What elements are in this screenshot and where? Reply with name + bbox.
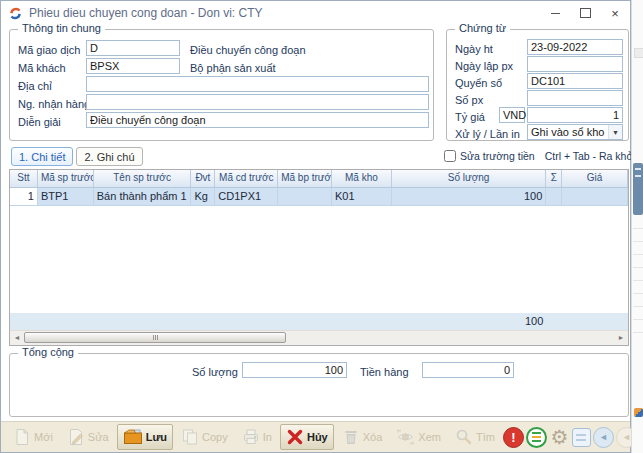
- horizontal-scrollbar[interactable]: ◄ ►: [10, 330, 628, 345]
- grid-empty-area[interactable]: [10, 206, 628, 313]
- toolbar-button-label: Sửa: [88, 431, 109, 443]
- grid-column-header[interactable]: Số lượng: [392, 170, 546, 187]
- new-document-icon: [13, 428, 31, 446]
- grid-column-header[interactable]: Giá: [562, 170, 628, 187]
- edit-money-checkbox-label[interactable]: Sửa trường tiền: [460, 150, 535, 162]
- keyboard-hint: Ctrl + Tab - Ra khỏi chi tiết: [545, 150, 643, 162]
- background-window-sliver: [631, 0, 643, 453]
- grid-column-header[interactable]: Tên sp trước: [94, 170, 192, 187]
- detail-grid: SttMã sp trướcTên sp trướcĐvtMã cd trước…: [9, 169, 629, 346]
- toolbar-button-new-document: Mới: [7, 424, 59, 450]
- grid-total-cell: [38, 313, 94, 330]
- maximize-icon: [580, 8, 591, 18]
- scroll-right-icon[interactable]: ►: [615, 332, 627, 343]
- field-label-posting-date: Ngày ht: [455, 41, 493, 57]
- copy-icon: [181, 428, 199, 446]
- grid-column-header[interactable]: Mã sp trước: [38, 170, 94, 187]
- search-icon: [455, 428, 473, 446]
- field-label-description: Diễn giải: [18, 114, 61, 130]
- background-grid-line: [633, 241, 643, 242]
- window-title: Phieu dieu chuyen cong doan - Don vi: CT…: [29, 6, 262, 20]
- toolbar-button-edit: Sửa: [61, 424, 115, 450]
- maximize-button[interactable]: [570, 1, 600, 25]
- grid-cell[interactable]: Bán thành phẩm 1: [94, 188, 192, 205]
- group-document-title: Chứng từ: [455, 22, 510, 34]
- field-label-exchange-rate: Tỷ giá: [455, 109, 485, 125]
- grid-column-header[interactable]: Stt: [10, 170, 38, 187]
- process-dropdown[interactable]: Ghi vào sổ kho ▼: [527, 124, 623, 140]
- grid-column-header[interactable]: Σ: [546, 170, 562, 187]
- grid-cell[interactable]: 100: [392, 188, 546, 205]
- process-dropdown-value: Ghi vào sổ kho: [531, 126, 604, 138]
- total-amount-input[interactable]: [422, 362, 514, 378]
- settings-icon[interactable]: ⚙: [549, 427, 570, 448]
- voucher-number-input[interactable]: [527, 90, 623, 106]
- grid-total-row: 100: [10, 313, 628, 330]
- background-grid-line: [633, 228, 643, 229]
- grid-column-header[interactable]: Mã bp trước: [278, 170, 332, 187]
- group-totals: Tổng cộng Số lượng Tiền hàng: [9, 353, 629, 417]
- address-input[interactable]: [86, 76, 429, 92]
- toolbar-button-delete: Xóa: [336, 424, 389, 450]
- info-icon[interactable]: !: [503, 427, 524, 448]
- field-label-receiver: Ng. nhận hàng: [18, 96, 90, 112]
- grid-cell[interactable]: Kg: [191, 188, 215, 205]
- grid-total-quantity: 100: [392, 313, 546, 330]
- grid-column-header[interactable]: Mã kho: [332, 170, 392, 187]
- grid-cell[interactable]: [278, 188, 332, 205]
- grid-data-row[interactable]: 1BTP1Bán thành phẩm 1KgCD1PX1K01100: [10, 188, 628, 206]
- toolbar-button-label: Xem: [418, 431, 441, 443]
- grid-total-cell: [215, 313, 278, 330]
- receiver-input[interactable]: [86, 94, 429, 110]
- scrollbar-thumb[interactable]: [24, 332, 286, 343]
- toolbar-button-save[interactable]: Lưu: [117, 424, 173, 450]
- grid-total-cell: [332, 313, 392, 330]
- note-icon: [572, 428, 591, 447]
- tab-notes[interactable]: 2. Ghi chú: [76, 147, 142, 166]
- toolbar-button-cancel[interactable]: Hủy: [280, 424, 334, 450]
- customer-code-input[interactable]: [86, 58, 180, 74]
- toolbar-button-label: Tìm: [476, 431, 495, 443]
- grid-cell[interactable]: BTP1: [38, 188, 94, 205]
- field-label-book-code: Quyển sổ: [455, 75, 502, 91]
- view-icon: [396, 428, 415, 446]
- edit-money-checkbox[interactable]: [444, 150, 456, 162]
- exchange-rate-input[interactable]: [527, 107, 623, 123]
- background-grid-line: [633, 332, 643, 333]
- description-input[interactable]: [86, 112, 429, 128]
- scroll-left-icon[interactable]: ◄: [11, 332, 23, 343]
- grid-cell[interactable]: CD1PX1: [215, 188, 278, 205]
- print-icon: [242, 428, 260, 446]
- transaction-code-input[interactable]: [86, 40, 180, 56]
- group-general-info: Thông tin chung Mã giao dịch Điều chuyển…: [9, 29, 434, 141]
- background-grid-line: [633, 293, 643, 294]
- minimize-button[interactable]: [540, 1, 570, 25]
- grid-cell[interactable]: 1: [10, 188, 38, 205]
- posting-date-input[interactable]: [527, 39, 623, 55]
- currency-box[interactable]: VND: [499, 107, 525, 123]
- toolbar-button-print: In: [236, 424, 278, 450]
- grid-cell[interactable]: [546, 188, 562, 205]
- background-fragment: [634, 48, 643, 58]
- nav-first-icon[interactable]: ◄: [593, 427, 614, 448]
- grid-total-cell: [10, 313, 38, 330]
- minimize-icon: [551, 13, 560, 14]
- total-quantity-input[interactable]: [242, 362, 347, 378]
- cancel-icon: [286, 428, 304, 446]
- delete-icon: [342, 428, 360, 446]
- toolbar-button-copy: Copy: [175, 424, 234, 450]
- tab-detail[interactable]: 1. Chi tiết: [11, 147, 73, 166]
- close-button[interactable]: ×: [600, 1, 630, 25]
- field-label-address: Địa chỉ: [18, 78, 52, 94]
- book-code-input[interactable]: [527, 73, 623, 89]
- grid-column-header[interactable]: Mã cd trước: [215, 170, 278, 187]
- grid-column-header[interactable]: Đvt: [191, 170, 215, 187]
- edit-icon: [67, 428, 85, 446]
- grid-total-cell: [94, 313, 192, 330]
- toolbar-button-label: Copy: [202, 431, 228, 443]
- options-row: Sửa trường tiền Ctrl + Tab - Ra khỏi chi…: [444, 150, 643, 162]
- grid-cell[interactable]: [562, 188, 628, 205]
- list-icon[interactable]: [526, 427, 547, 448]
- grid-cell[interactable]: K01: [332, 188, 392, 205]
- voucher-date-input[interactable]: [527, 56, 623, 72]
